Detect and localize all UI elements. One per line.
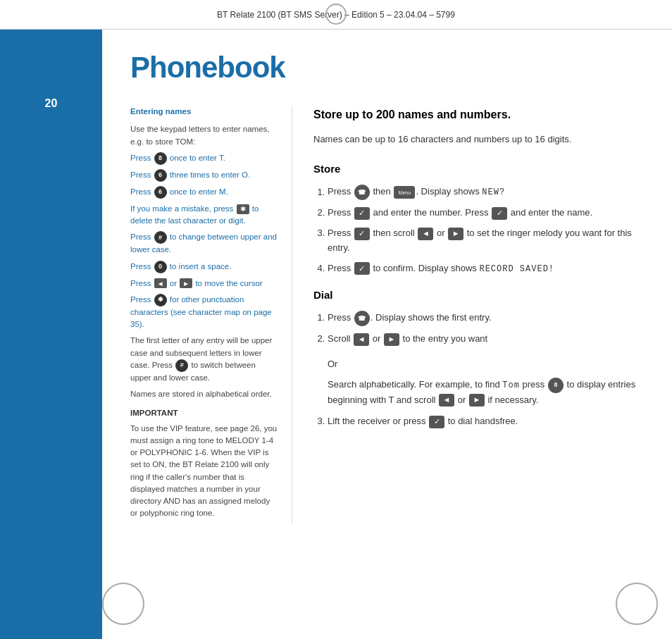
scroll-left-2: ◄: [354, 333, 369, 346]
store-step-2: Press ✓ and enter the number. Press ✓ an…: [328, 206, 644, 221]
key-6a: 6: [154, 169, 167, 182]
important-heading: IMPORTANT: [130, 407, 278, 419]
press-6-once-text: Press 6 once to enter M.: [130, 186, 278, 199]
scroll-right-3: ►: [469, 394, 485, 407]
scroll-left-3: ◄: [439, 394, 454, 407]
scroll-left-1: ◄: [418, 228, 433, 240]
punctuation-text: Press ✱ for other punctuation characters…: [130, 294, 278, 331]
display-saved: RECORD SAVED!: [479, 264, 554, 274]
press-6-three-text: Press 6 three times to enter O.: [130, 169, 278, 182]
phone-btn-2: ☎: [354, 311, 370, 326]
bottom-circle-left: [102, 583, 144, 625]
scroll-right-1: ►: [448, 228, 463, 240]
store-step-4: Press ✓ to confirm. Display shows RECORD…: [328, 261, 644, 276]
dial-step-2: Scroll ◄ or ► to the entry you want: [328, 332, 644, 347]
top-circle-decoration: [325, 4, 347, 25]
dial-step-1: Press ☎. Display shows the first entry.: [328, 311, 644, 326]
chapter-title-bar: Phonebook: [102, 30, 672, 99]
left-column: Entering names Use the keypad letters to…: [102, 106, 292, 524]
key-6b: 6: [154, 186, 167, 199]
key-left-arrow: ◄: [154, 278, 167, 288]
two-column-layout: Entering names Use the keypad letters to…: [102, 99, 672, 524]
page-container: BT Relate 2100 (BT SMS Server) – Edition…: [0, 0, 672, 639]
check-btn-2: ✓: [492, 207, 507, 220]
page-number: 20: [45, 97, 58, 110]
store-heading: Store: [313, 161, 644, 178]
key-0: 0: [154, 261, 167, 273]
store-steps-list: Press ☎ then Menu. Display shows NEW? Pr…: [313, 185, 644, 276]
right-column: Store up to 200 names and numbers. Names…: [292, 106, 672, 524]
dial-steps-list: Press ☎. Display shows the first entry. …: [313, 311, 644, 347]
bottom-circle-right: [616, 583, 658, 625]
press-8-text: Press 8 once to enter T.: [130, 152, 278, 165]
intro-text: Names can be up to 16 characters and num…: [313, 132, 644, 147]
check-btn-1: ✓: [354, 207, 370, 220]
dial-heading: Dial: [313, 287, 644, 304]
hash-text: Press # to change between upper and lowe…: [130, 231, 278, 256]
menu-btn: Menu: [394, 186, 415, 199]
key-hash: #: [154, 231, 167, 244]
check-btn-3: ✓: [354, 228, 370, 240]
search-text: Search alphabetically. For example, to f…: [328, 378, 644, 408]
phone-btn-1: ☎: [354, 185, 370, 200]
key-8: 8: [154, 152, 167, 165]
mistake-text: If you make a mistake, press ✱ to delete…: [130, 203, 278, 228]
chapter-title: Phonebook: [130, 51, 644, 85]
display-new: NEW?: [482, 188, 505, 198]
alphabetical-text: Names are stored in alphabetical order.: [130, 388, 278, 400]
check-btn-4: ✓: [354, 262, 370, 275]
main-content: Phonebook Entering names Use the keypad …: [102, 30, 672, 639]
important-text: To use the VIP feature, see page 26, you…: [130, 423, 278, 520]
zero-text: Press 0 to insert a space.: [130, 261, 278, 273]
entering-names-intro: Use the keypad letters to enter names, e…: [130, 123, 278, 148]
main-heading: Store up to 200 names and numbers.: [313, 106, 644, 124]
scroll-right-2: ►: [384, 333, 399, 346]
check-btn-5: ✓: [429, 416, 444, 428]
key-star: ✱: [154, 294, 167, 306]
store-step-3: Press ✓ then scroll ◄ or ► to set the ri…: [328, 226, 644, 256]
entering-names-heading: Entering names: [130, 106, 278, 118]
first-letter-text: The first letter of any entry will be up…: [130, 335, 278, 384]
key-right-arrow: ►: [180, 278, 192, 288]
store-step-1: Press ☎ then Menu. Display shows NEW?: [328, 185, 644, 200]
key-8-dial: 8: [548, 378, 564, 393]
page-number-box: 20: [0, 89, 102, 118]
dial-step-3: Lift the receiver or press ✓ to dial han…: [328, 414, 644, 429]
sidebar: 20: [0, 30, 102, 639]
move-cursor-text: Press ◄ or ► to move the cursor: [130, 278, 278, 290]
tom-text: Tom: [502, 380, 520, 390]
or-text: Or: [328, 357, 644, 372]
dial-steps-list-2: Lift the receiver or press ✓ to dial han…: [313, 414, 644, 429]
key-hash-2: #: [175, 359, 188, 372]
key-star-delete: ✱: [237, 204, 249, 214]
